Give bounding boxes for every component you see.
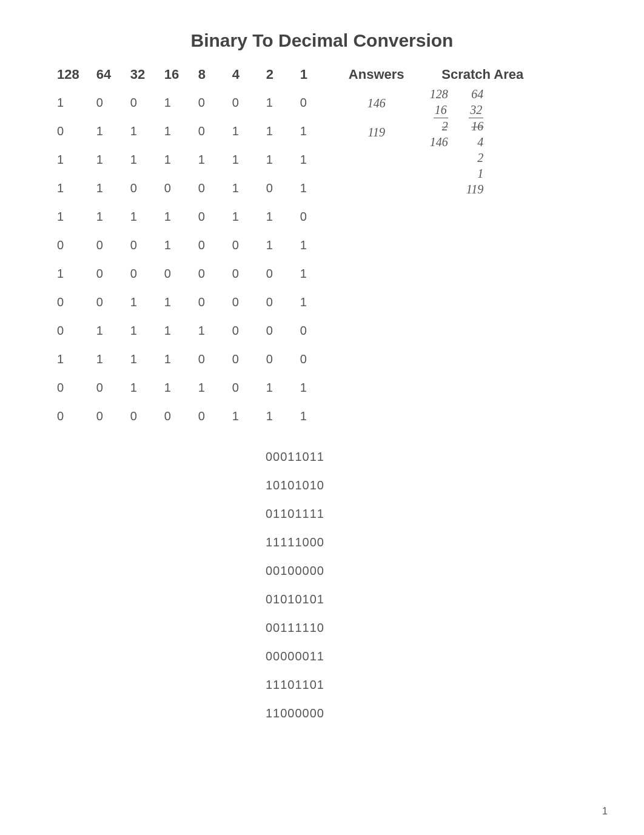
scratch-header: Scratch Area — [419, 63, 546, 86]
binary-cell: 1 — [292, 374, 326, 402]
table-row: 11110000 — [49, 345, 326, 374]
col-header: 128 — [49, 63, 88, 89]
binary-cell: 1 — [292, 288, 326, 317]
lower-binary-item: 01101111 — [266, 500, 595, 528]
binary-cell: 0 — [258, 288, 292, 317]
binary-cell: 0 — [224, 345, 258, 374]
scratch-body: 128 16 2 146 64 32 16 4 2 1 119 — [419, 86, 546, 197]
binary-cell: 0 — [190, 288, 224, 317]
binary-cell: 0 — [49, 288, 88, 317]
binary-cell: 0 — [258, 345, 292, 374]
col-header: 64 — [88, 63, 122, 89]
binary-cell: 0 — [190, 345, 224, 374]
binary-cell: 0 — [224, 317, 258, 345]
answer-cell — [340, 409, 413, 438]
binary-cell: 1 — [88, 146, 122, 174]
binary-cell: 0 — [88, 402, 122, 431]
binary-cell: 0 — [224, 89, 258, 117]
binary-cell: 0 — [190, 203, 224, 231]
lower-binary-item: 00100000 — [266, 557, 595, 585]
table-row: 01110111 — [49, 117, 326, 146]
binary-cell: 0 — [224, 374, 258, 402]
binary-cell: 1 — [224, 117, 258, 146]
binary-cell: 0 — [122, 89, 156, 117]
table-row: 00000111 — [49, 402, 326, 431]
binary-cell: 0 — [258, 174, 292, 203]
binary-cell: 1 — [122, 146, 156, 174]
scratch-value: 1 — [477, 166, 483, 181]
scratch-value: 32 — [469, 102, 483, 118]
binary-cell: 0 — [224, 231, 258, 260]
scratch-total: 119 — [466, 181, 484, 197]
binary-cell: 1 — [292, 402, 326, 431]
binary-cell: 1 — [258, 146, 292, 174]
binary-table: 128 64 32 16 8 4 2 1 1001001001110111111… — [49, 63, 326, 431]
answer-cell — [340, 263, 413, 292]
binary-cell: 0 — [292, 317, 326, 345]
table-header-row: 128 64 32 16 8 4 2 1 — [49, 63, 326, 89]
lower-binary-item: 00000011 — [266, 642, 595, 671]
lower-binary-item: 11111000 — [266, 528, 595, 557]
binary-cell: 0 — [258, 260, 292, 288]
binary-cell: 1 — [88, 345, 122, 374]
table-row: 00111011 — [49, 374, 326, 402]
table-row: 00010011 — [49, 231, 326, 260]
binary-cell: 0 — [292, 203, 326, 231]
binary-cell: 1 — [258, 231, 292, 260]
binary-cell: 0 — [88, 374, 122, 402]
table-row: 00110001 — [49, 288, 326, 317]
col-header: 2 — [258, 63, 292, 89]
binary-cell: 0 — [88, 288, 122, 317]
binary-cell: 0 — [156, 402, 190, 431]
binary-cell: 1 — [49, 174, 88, 203]
lower-binary-item: 01010101 — [266, 585, 595, 614]
binary-cell: 1 — [156, 374, 190, 402]
binary-cell: 1 — [49, 89, 88, 117]
binary-cell: 0 — [156, 260, 190, 288]
binary-cell: 1 — [156, 146, 190, 174]
table-row: 10010010 — [49, 89, 326, 117]
lower-binary-item: 11101101 — [266, 671, 595, 699]
scratch-value: 2 — [477, 150, 483, 166]
binary-cell: 0 — [224, 260, 258, 288]
col-header: 1 — [292, 63, 326, 89]
binary-cell: 0 — [292, 345, 326, 374]
scratch-value: 2 — [442, 118, 448, 134]
table-row: 10000001 — [49, 260, 326, 288]
binary-cell: 1 — [156, 117, 190, 146]
binary-cell: 1 — [292, 231, 326, 260]
binary-cell: 1 — [122, 117, 156, 146]
binary-cell: 1 — [88, 117, 122, 146]
binary-cell: 1 — [88, 174, 122, 203]
answer-cell — [340, 292, 413, 321]
binary-cell: 1 — [258, 374, 292, 402]
binary-cell: 1 — [190, 374, 224, 402]
binary-cell: 1 — [292, 174, 326, 203]
binary-cell: 1 — [258, 203, 292, 231]
binary-cell: 0 — [122, 402, 156, 431]
binary-cell: 0 — [190, 117, 224, 146]
binary-cell: 1 — [258, 402, 292, 431]
binary-cell: 0 — [49, 374, 88, 402]
table-row: 11110110 — [49, 203, 326, 231]
binary-cell: 1 — [190, 146, 224, 174]
answer-cell — [340, 321, 413, 350]
binary-cell: 1 — [88, 317, 122, 345]
answers-header: Answers — [340, 63, 413, 89]
binary-cell: 1 — [49, 146, 88, 174]
binary-cell: 0 — [258, 317, 292, 345]
answer-cell — [340, 234, 413, 263]
binary-cell: 1 — [49, 345, 88, 374]
scratch-value: 16 — [471, 118, 483, 134]
lower-binary-item: 00111110 — [266, 614, 595, 642]
binary-cell: 0 — [49, 317, 88, 345]
binary-cell: 1 — [156, 89, 190, 117]
binary-cell: 1 — [292, 260, 326, 288]
binary-cell: 0 — [224, 288, 258, 317]
binary-cell: 1 — [156, 317, 190, 345]
lower-binary-item: 11000000 — [266, 699, 595, 728]
binary-cell: 0 — [88, 89, 122, 117]
col-header: 32 — [122, 63, 156, 89]
binary-cell: 1 — [122, 203, 156, 231]
binary-cell: 1 — [122, 288, 156, 317]
